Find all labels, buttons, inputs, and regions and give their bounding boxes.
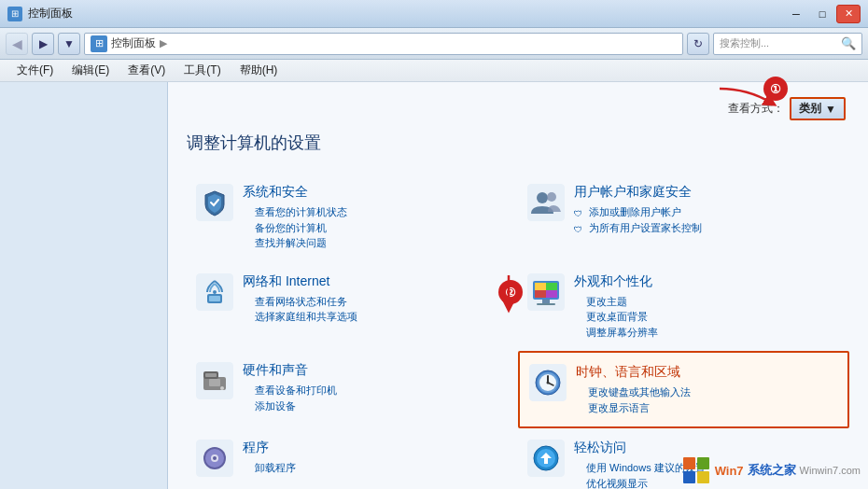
menu-file[interactable]: 文件(F) [7, 61, 63, 80]
appearance-icon [527, 273, 565, 311]
clock-link-1[interactable]: 更改键盘或其他输入法 [576, 384, 838, 400]
programs-content: 程序 卸载程序 [243, 440, 509, 476]
minimize-button[interactable]: ─ [784, 5, 808, 23]
appearance-link-2[interactable]: 更改桌面背景 [574, 309, 840, 325]
svg-point-34 [213, 456, 217, 460]
svg-rect-22 [205, 373, 217, 377]
hardware-link-1[interactable]: 查看设备和打印机 [243, 383, 509, 398]
window-icon: ⊞ [7, 7, 22, 21]
hardware-icon [196, 362, 233, 399]
top-content-bar: 查看方式： 类别 ▼ [187, 97, 849, 120]
system-content: 系统和安全 查看您的计算机状态 备份您的计算机 查找并解决问题 [243, 184, 509, 251]
address-arrow: ▶ [160, 37, 167, 49]
menu-view[interactable]: 查看(V) [119, 61, 175, 80]
category-network: 网络和 Internet 查看网络状态和任务 选择家庭组和共享选项 [187, 262, 518, 352]
clock-icon [529, 364, 567, 401]
svg-rect-15 [542, 300, 550, 303]
search-placeholder: 搜索控制... [720, 36, 837, 50]
view-dropdown[interactable]: 类别 ▼ [790, 97, 846, 120]
category-system: 系统和安全 查看您的计算机状态 备份您的计算机 查找并解决问题 [187, 173, 518, 262]
network-link-2[interactable]: 选择家庭组和共享选项 [243, 309, 509, 325]
svg-rect-14 [546, 290, 557, 298]
main-area: 查看方式： 类别 ▼ 调整计算机的设置 [0, 82, 868, 489]
refresh-button[interactable]: ↻ [687, 33, 709, 55]
network-content: 网络和 Internet 查看网络状态和任务 选择家庭组和共享选项 [243, 273, 509, 325]
maximize-button[interactable]: □ [810, 5, 834, 23]
ease-title[interactable]: 轻松访问 [574, 440, 840, 456]
window-container: ⊞ 控制面板 ─ □ ✕ ◀ ▶ ▼ ⊞ 控制面板 ▶ ↻ 搜索控制... 🔍 … [0, 0, 868, 489]
svg-rect-38 [683, 457, 695, 469]
user-title[interactable]: 用户帐户和家庭安全 [574, 184, 840, 201]
svg-rect-19 [209, 379, 220, 386]
svg-point-7 [213, 290, 217, 294]
network-icon [196, 273, 233, 311]
watermark: Win7 系统之家 Winwin7.com [681, 455, 861, 485]
search-bar[interactable]: 搜索控制... 🔍 [713, 33, 862, 55]
window-title: 控制面板 [28, 6, 73, 21]
network-title[interactable]: 网络和 Internet [243, 273, 509, 290]
network-link-1[interactable]: 查看网络状态和任务 [243, 294, 509, 310]
watermark-text: Win7 [715, 464, 744, 478]
clock-title[interactable]: 时钟、语言和区域 [576, 364, 838, 381]
svg-rect-40 [683, 471, 695, 483]
svg-rect-41 [697, 471, 709, 483]
title-bar-left: ⊞ 控制面板 [7, 6, 73, 21]
svg-point-29 [547, 382, 550, 384]
programs-title[interactable]: 程序 [243, 440, 509, 456]
menu-tools[interactable]: 工具(T) [175, 61, 230, 80]
programs-link-1[interactable]: 卸载程序 [243, 460, 509, 476]
system-title[interactable]: 系统和安全 [243, 184, 509, 201]
user-link-1[interactable]: 添加或删除用户帐户 [574, 204, 840, 220]
category-appearance: 外观和个性化 更改主题 更改桌面背景 调整屏幕分辨率 [518, 262, 849, 352]
category-programs: 程序 卸载程序 [187, 428, 518, 489]
watermark-domain: Winwin7.com [800, 465, 861, 476]
clock-link-2[interactable]: 更改显示语言 [576, 400, 838, 416]
menu-edit[interactable]: 编辑(E) [63, 61, 119, 80]
system-link-2[interactable]: 备份您的计算机 [243, 220, 509, 236]
user-icon [527, 184, 565, 221]
view-label: 查看方式： [728, 101, 784, 117]
address-bar[interactable]: ⊞ 控制面板 ▶ [84, 33, 683, 55]
title-bar-controls: ─ □ ✕ [784, 5, 861, 23]
search-icon[interactable]: 🔍 [841, 36, 856, 50]
hardware-link-2[interactable]: 添加设备 [243, 398, 509, 414]
svg-rect-6 [209, 296, 220, 301]
ease-icon [527, 440, 565, 477]
svg-rect-13 [535, 290, 546, 298]
appearance-link-3[interactable]: 调整屏幕分辨率 [574, 325, 840, 341]
appearance-title[interactable]: 外观和个性化 [574, 273, 840, 290]
svg-point-20 [220, 386, 224, 390]
appearance-link-1[interactable]: 更改主题 [574, 294, 840, 310]
menu-help[interactable]: 帮助(H) [231, 61, 287, 80]
dropdown-arrow-icon: ▼ [825, 103, 836, 116]
svg-rect-11 [535, 283, 546, 290]
title-bar: ⊞ 控制面板 ─ □ ✕ [0, 0, 868, 28]
category-user: 用户帐户和家庭安全 添加或删除用户帐户 为所有用户设置家长控制 [518, 173, 849, 262]
forward-button[interactable]: ▶ [32, 33, 54, 55]
category-hardware: 硬件和声音 查看设备和打印机 添加设备 [187, 351, 518, 428]
user-content: 用户帐户和家庭安全 添加或删除用户帐户 为所有用户设置家长控制 [574, 184, 840, 235]
back-button[interactable]: ◀ [6, 33, 28, 55]
menu-bar: 文件(F) 编辑(E) 查看(V) 工具(T) 帮助(H) [0, 60, 868, 82]
recent-pages-button[interactable]: ▼ [58, 33, 80, 55]
svg-rect-1 [527, 184, 565, 221]
user-link-2[interactable]: 为所有用户设置家长控制 [574, 220, 840, 236]
hardware-title[interactable]: 硬件和声音 [243, 362, 509, 379]
svg-rect-16 [537, 303, 555, 305]
programs-icon [196, 440, 233, 477]
sidebar [0, 82, 168, 489]
system-link-3[interactable]: 查找并解决问题 [243, 235, 509, 251]
system-icon [196, 184, 233, 221]
clock-content: 时钟、语言和区域 更改键盘或其他输入法 更改显示语言 [576, 364, 838, 415]
svg-rect-39 [697, 457, 709, 469]
svg-rect-12 [546, 283, 557, 290]
categories-grid: 系统和安全 查看您的计算机状态 备份您的计算机 查找并解决问题 [187, 173, 849, 489]
close-button[interactable]: ✕ [836, 5, 861, 23]
address-path: 控制面板 [111, 35, 156, 51]
system-link-1[interactable]: 查看您的计算机状态 [243, 204, 509, 220]
category-clock: 时钟、语言和区域 更改键盘或其他输入法 更改显示语言 [518, 351, 849, 428]
appearance-content: 外观和个性化 更改主题 更改桌面背景 调整屏幕分辨率 [574, 273, 840, 341]
svg-point-2 [537, 192, 548, 203]
annotation-circle-1: ① [763, 77, 788, 101]
view-current-label: 类别 [799, 101, 821, 117]
